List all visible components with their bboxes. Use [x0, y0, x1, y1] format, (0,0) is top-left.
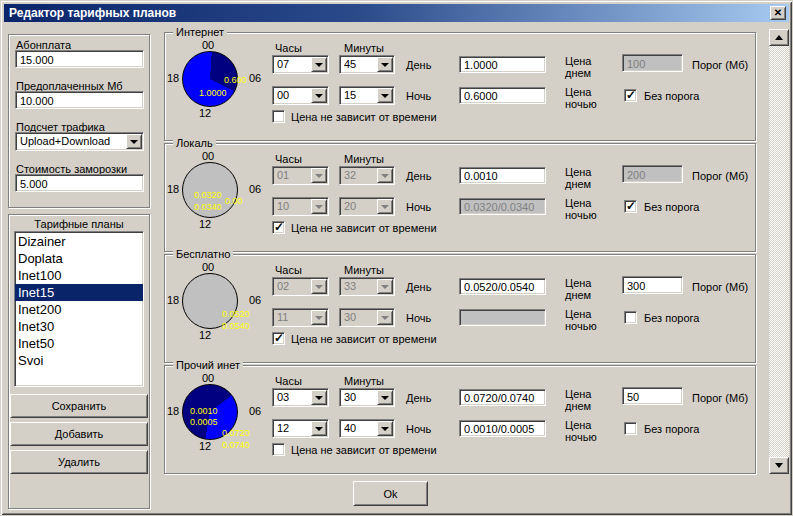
time-independent-label: Цена не зависит от времени	[291, 111, 437, 123]
plan-item[interactable]: Inet30	[15, 318, 143, 335]
plan-item[interactable]: Inet100	[15, 267, 143, 284]
abonplata-input[interactable]	[15, 50, 144, 68]
tick-06: 06	[249, 405, 261, 417]
scrollbar-track[interactable]	[769, 46, 789, 457]
dropdown-arrow-icon[interactable]	[377, 57, 393, 72]
tick-18: 18	[167, 294, 179, 306]
dropdown-arrow-icon[interactable]	[377, 88, 393, 103]
window-title: Редактор тарифных планов	[9, 6, 176, 20]
tariff-editor-window: Редактор тарифных планов ✕ Абонплата Пре…	[0, 0, 793, 516]
pie-value-label: 0.0540	[222, 321, 250, 331]
add-button[interactable]: Добавить	[10, 422, 148, 446]
day-label: День	[406, 170, 431, 182]
night-minute-select[interactable]: 40	[339, 419, 395, 438]
night-hour-select: 11	[272, 308, 329, 327]
threshold-input[interactable]	[622, 276, 683, 294]
plan-item[interactable]: Inet200	[15, 301, 143, 318]
group-title: Интернет	[173, 26, 227, 38]
save-button[interactable]: Сохранить	[10, 394, 148, 418]
tariff-plans-groupbox: Тарифные планы DizainerDoplataInet100Ine…	[8, 214, 150, 509]
scroll-up-icon[interactable]	[769, 29, 789, 46]
time-independent-checkbox[interactable]	[272, 443, 285, 456]
night-price-input[interactable]	[459, 87, 546, 104]
night-hour-select[interactable]: 00	[272, 86, 329, 105]
time-independent-checkbox[interactable]	[272, 332, 285, 345]
close-icon[interactable]: ✕	[770, 6, 786, 20]
night-price-input[interactable]	[459, 420, 546, 437]
ok-button[interactable]: Ok	[353, 481, 428, 506]
tariff-plans-list[interactable]: DizainerDoplataInet100Inet15Inet200Inet3…	[14, 231, 144, 387]
dropdown-arrow-icon[interactable]	[377, 390, 393, 405]
night-price-input	[459, 198, 546, 215]
plan-item[interactable]: Dizainer	[15, 233, 143, 250]
group-internet: Интернет 00 18 06 12 0.6001.0000 Часы Ми…	[164, 32, 756, 141]
dropdown-arrow-icon	[377, 310, 393, 325]
no-threshold-checkbox[interactable]	[624, 200, 637, 213]
night-label: Ночь	[406, 312, 431, 324]
no-threshold-label: Без порога	[644, 201, 699, 213]
dropdown-arrow-icon[interactable]	[311, 390, 327, 405]
tick-00: 00	[202, 261, 214, 273]
time-independent-checkbox[interactable]	[272, 221, 285, 234]
no-threshold-checkbox[interactable]	[624, 311, 637, 324]
threshold-input	[622, 54, 683, 72]
day-label: День	[406, 59, 431, 71]
threshold-input[interactable]	[622, 387, 683, 405]
day-hour-select[interactable]: 03	[272, 388, 329, 407]
traffic-count-select[interactable]: Upload+Download	[15, 132, 144, 151]
no-threshold-checkbox[interactable]	[624, 422, 637, 435]
night-minute-select[interactable]: 15	[339, 86, 395, 105]
dropdown-arrow-icon[interactable]	[311, 88, 327, 103]
day-price-input[interactable]	[459, 56, 546, 73]
clock-pie-chart: 00 18 06 12 0.00100.00050.07200.0740	[167, 372, 269, 454]
clock-pie-chart: 00 18 06 12 0.6001.0000	[167, 39, 269, 121]
traffic-count-value: Upload+Download	[20, 135, 110, 147]
night-price-input	[459, 309, 546, 326]
dropdown-arrow-icon	[311, 279, 327, 294]
dropdown-arrow-icon	[377, 279, 393, 294]
dropdown-arrow-icon	[377, 199, 393, 214]
tick-18: 18	[167, 72, 179, 84]
time-independent-label: Цена не зависит от времени	[291, 444, 437, 456]
day-minute-select[interactable]: 45	[339, 55, 395, 74]
dropdown-arrow-icon[interactable]	[311, 421, 327, 436]
freeze-cost-input[interactable]	[15, 174, 144, 192]
tick-12: 12	[199, 440, 211, 452]
scroll-down-icon[interactable]	[769, 457, 789, 474]
day-price-input[interactable]	[459, 278, 546, 295]
titlebar[interactable]: Редактор тарифных планов ✕	[4, 4, 789, 22]
day-price-input[interactable]	[459, 389, 546, 406]
dropdown-arrow-icon[interactable]	[126, 134, 142, 149]
day-price-label: Цена днем	[565, 55, 611, 79]
plan-item[interactable]: Inet15	[15, 284, 143, 301]
threshold-label: Порог (Мб)	[692, 59, 748, 71]
night-price-label: Цена ночью	[565, 419, 611, 443]
plan-item[interactable]: Inet50	[15, 335, 143, 352]
prepaid-mb-input[interactable]	[15, 91, 144, 109]
minutes-header: Минуты	[344, 42, 384, 54]
threshold-label: Порог (Мб)	[692, 392, 748, 404]
day-hour-select: 01	[272, 166, 329, 185]
threshold-label: Порог (Мб)	[692, 170, 748, 182]
night-label: Ночь	[406, 90, 431, 102]
delete-button[interactable]: Удалить	[10, 450, 148, 474]
day-hour-select[interactable]: 07	[272, 55, 329, 74]
dropdown-arrow-icon	[311, 199, 327, 214]
scrollbar[interactable]	[769, 29, 789, 474]
plan-item[interactable]: Svoi	[15, 352, 143, 369]
pie-value-label: 0.0720	[222, 428, 250, 438]
time-independent-label: Цена не зависит от времени	[291, 333, 437, 345]
day-hour-select: 02	[272, 277, 329, 296]
night-hour-select[interactable]: 12	[272, 419, 329, 438]
plan-item[interactable]: Doplata	[15, 250, 143, 267]
dropdown-arrow-icon[interactable]	[377, 421, 393, 436]
time-independent-checkbox[interactable]	[272, 110, 285, 123]
group-title: Прочий инет	[173, 359, 243, 371]
day-price-input[interactable]	[459, 167, 546, 184]
no-threshold-label: Без порога	[644, 423, 699, 435]
dropdown-arrow-icon[interactable]	[311, 57, 327, 72]
group-other-inet: Прочий инет 00 18 06 12 0.00100.00050.07…	[164, 365, 756, 474]
day-minute-select: 33	[339, 277, 395, 296]
no-threshold-checkbox[interactable]	[624, 89, 637, 102]
day-minute-select[interactable]: 30	[339, 388, 395, 407]
